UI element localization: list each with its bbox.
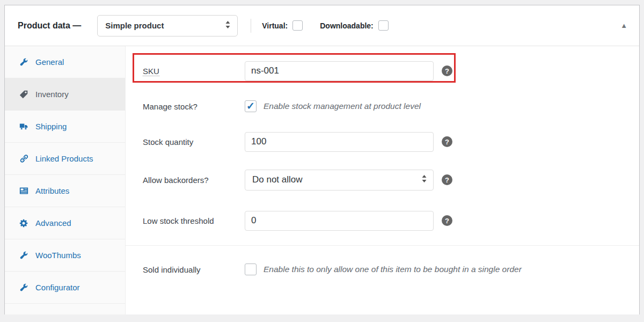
- product-data-tabs: General Inventory Shipping Linked Produc…: [5, 46, 126, 314]
- gear-icon: [19, 218, 28, 228]
- virtual-label: Virtual:: [262, 21, 288, 30]
- tab-advanced[interactable]: Advanced: [5, 207, 125, 239]
- manage-stock-row: Manage stock? Enable stock management at…: [126, 89, 639, 124]
- sku-row: SKU ?: [126, 53, 639, 89]
- tab-label: Advanced: [35, 218, 71, 228]
- sku-input[interactable]: [245, 61, 434, 81]
- panel-body: General Inventory Shipping Linked Produc…: [5, 46, 639, 314]
- tab-label: Linked Products: [35, 154, 93, 163]
- sku-help-icon[interactable]: ?: [442, 65, 452, 76]
- virtual-option: Virtual:: [262, 20, 303, 31]
- panel-title: Product data —: [18, 21, 81, 31]
- product-type-value: Simple product: [105, 21, 164, 30]
- virtual-checkbox[interactable]: [292, 20, 303, 31]
- link-icon: [19, 154, 28, 163]
- tab-general[interactable]: General: [5, 46, 125, 78]
- select-updown-icon: [225, 20, 231, 31]
- low-stock-threshold-label: Low stock threshold: [143, 216, 245, 225]
- stock-quantity-input[interactable]: [245, 132, 434, 152]
- stock-quantity-help-icon[interactable]: ?: [442, 136, 452, 147]
- tab-label: Attributes: [35, 186, 69, 195]
- sold-individually-row: Sold individually Enable this to only al…: [126, 249, 639, 290]
- tab-shipping[interactable]: Shipping: [5, 111, 125, 143]
- header-divider: [251, 19, 251, 33]
- tag-icon: [19, 90, 28, 99]
- manage-stock-checkbox[interactable]: [245, 100, 257, 112]
- allow-backorders-label: Allow backorders?: [143, 175, 245, 185]
- inventory-tab-content: SKU ? Manage stock? Enable stock managem…: [126, 46, 639, 314]
- low-stock-threshold-help-icon[interactable]: ?: [442, 215, 452, 226]
- low-stock-threshold-input[interactable]: [245, 211, 434, 231]
- section-divider: [126, 245, 639, 246]
- tab-label: WooThumbs: [35, 251, 81, 260]
- tab-attributes[interactable]: Attributes: [5, 175, 125, 207]
- downloadable-checkbox[interactable]: [378, 20, 389, 31]
- tab-label: Shipping: [35, 122, 67, 131]
- low-stock-threshold-row: Low stock threshold ?: [126, 200, 639, 241]
- wrench-icon: [19, 57, 28, 67]
- product-data-panel: Product data — Simple product Virtual: D…: [4, 5, 640, 314]
- manage-stock-description: Enable stock management at product level: [264, 101, 421, 111]
- downloadable-label: Downloadable:: [320, 21, 374, 30]
- tab-linked-products[interactable]: Linked Products: [5, 143, 125, 175]
- manage-stock-label: Manage stock?: [143, 102, 245, 111]
- stock-quantity-label: Stock quantity: [143, 137, 245, 147]
- tab-label: Inventory: [35, 90, 69, 99]
- allow-backorders-row: Allow backorders? Do not allow ?: [126, 159, 639, 200]
- wrench-icon: [19, 251, 28, 260]
- collapse-toggle-icon[interactable]: ▲: [620, 22, 627, 29]
- sku-label: SKU: [143, 67, 245, 76]
- tab-inventory[interactable]: Inventory: [5, 78, 125, 111]
- wrench-icon: [19, 283, 28, 292]
- downloadable-option: Downloadable:: [320, 20, 389, 31]
- product-type-select[interactable]: Simple product: [97, 15, 238, 36]
- tab-woothumbs[interactable]: WooThumbs: [5, 239, 125, 272]
- sold-individually-label: Sold individually: [143, 265, 245, 274]
- allow-backorders-select[interactable]: Do not allow: [245, 170, 434, 191]
- sold-individually-description: Enable this to only allow one of this it…: [264, 265, 522, 274]
- stock-quantity-row: Stock quantity ?: [126, 124, 639, 159]
- tab-configurator[interactable]: Configurator: [5, 272, 125, 304]
- tab-label: General: [35, 57, 64, 67]
- sold-individually-checkbox[interactable]: [245, 264, 257, 275]
- truck-icon: [19, 122, 28, 131]
- allow-backorders-help-icon[interactable]: ?: [442, 174, 452, 185]
- card-icon: [19, 186, 28, 195]
- allow-backorders-value: Do not allow: [252, 174, 303, 185]
- panel-header: Product data — Simple product Virtual: D…: [5, 5, 639, 46]
- tab-label: Configurator: [35, 283, 80, 292]
- select-updown-icon: [421, 174, 427, 186]
